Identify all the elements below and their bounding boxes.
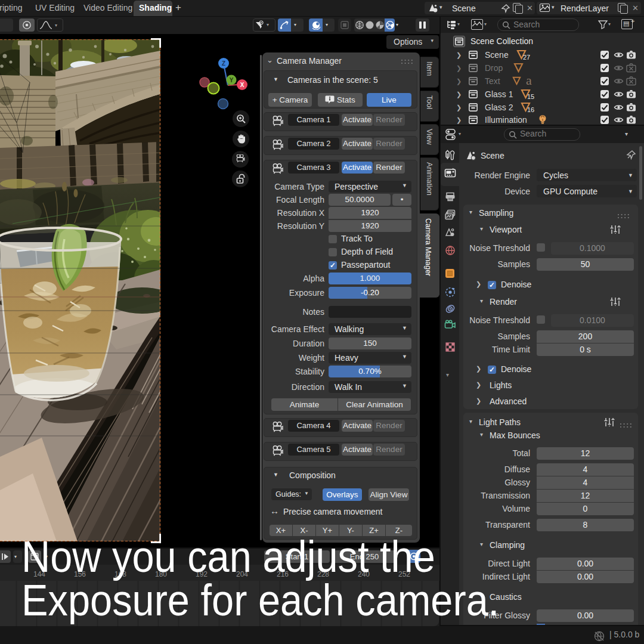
svg-text:Y: Y bbox=[230, 77, 234, 83]
svg-text:X: X bbox=[240, 82, 244, 88]
svg-text:Z: Z bbox=[222, 60, 225, 67]
